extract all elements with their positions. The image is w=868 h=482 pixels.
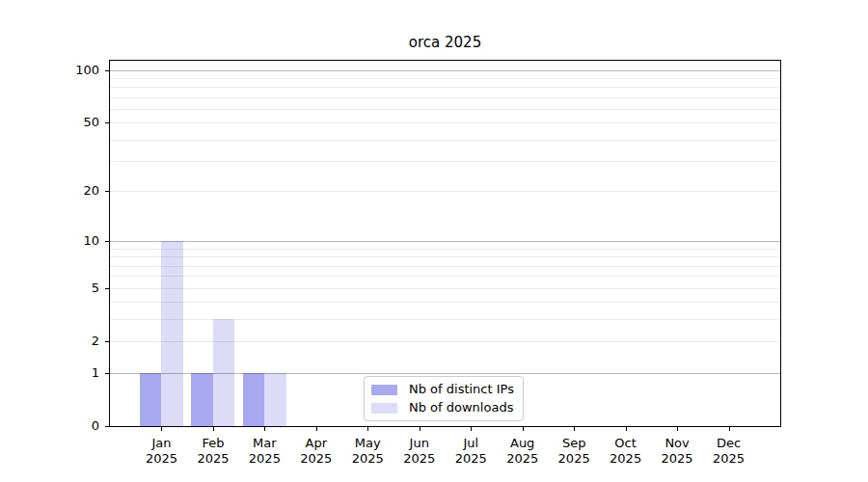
gridline-minor-60 (110, 109, 780, 110)
legend-label-downloads: Nb of downloads (409, 400, 513, 415)
gridline-minor-40 (110, 140, 780, 141)
y-tick-label-10: 10 (45, 233, 99, 249)
gridline-minor-20 (110, 191, 780, 192)
y-tick-mark-100 (105, 70, 109, 71)
y-tick-label-5: 5 (45, 281, 99, 296)
x-tick-label-year: 2025 (698, 451, 760, 467)
legend-item-downloads: Nb of downloads (371, 400, 514, 415)
y-tick-mark-5 (105, 288, 109, 289)
y-tick-label-20: 20 (45, 183, 99, 199)
y-tick-label-2: 2 (45, 334, 99, 349)
y-tick-mark-2 (105, 341, 109, 342)
x-tick-mark-jul (471, 427, 472, 431)
x-tick-mark-mar (264, 427, 265, 431)
legend-swatch-distinct-ips (371, 385, 397, 395)
y-tick-mark-1 (105, 373, 109, 374)
plot-area: Nb of distinct IPs Nb of downloads (109, 60, 781, 427)
x-tick-label-month: Dec (698, 436, 760, 451)
legend: Nb of distinct IPs Nb of downloads (364, 376, 524, 421)
y-tick-mark-20 (105, 191, 109, 192)
x-tick-mark-jun (420, 427, 420, 431)
chart-title: orca 2025 (109, 35, 781, 50)
y-tick-label-1: 1 (45, 365, 99, 381)
gridline-minor-30 (110, 161, 780, 162)
x-tick-mark-feb (213, 427, 214, 431)
gridline-minor-70 (110, 97, 780, 98)
gridline-minor-50 (110, 122, 780, 123)
y-tick-label-100: 100 (45, 63, 99, 78)
y-tick-mark-0 (105, 426, 109, 427)
gridline-minor-9 (110, 249, 780, 250)
grid-layer (110, 61, 780, 426)
x-tick-mark-aug (523, 427, 524, 431)
legend-label-distinct-ips: Nb of distinct IPs (409, 382, 514, 397)
legend-item-distinct-ips: Nb of distinct IPs (371, 382, 514, 397)
x-tick-mark-dec (729, 427, 730, 431)
gridline-major-1 (110, 373, 780, 374)
y-tick-mark-10 (105, 241, 109, 242)
y-tick-label-0: 0 (45, 418, 99, 434)
x-tick-label-dec: Dec2025 (698, 436, 760, 466)
gridline-major-100 (110, 70, 780, 71)
gridline-minor-5 (110, 288, 780, 289)
gridline-major-10 (110, 241, 780, 242)
gridline-minor-7 (110, 266, 780, 267)
x-tick-mark-jan (161, 427, 162, 431)
x-tick-mark-may (367, 427, 368, 431)
gridline-minor-90 (110, 78, 780, 79)
x-tick-mark-sep (574, 427, 575, 431)
gridline-minor-8 (110, 256, 780, 257)
gridline-minor-80 (110, 87, 780, 88)
x-tick-mark-apr (316, 427, 317, 431)
figure: orca 2025 Nb of distinct IPs Nb of downl… (0, 0, 868, 482)
x-tick-mark-oct (626, 427, 627, 431)
y-tick-label-50: 50 (45, 115, 99, 130)
gridline-minor-3 (110, 319, 780, 320)
x-tick-mark-nov (677, 427, 678, 431)
legend-swatch-downloads (371, 403, 397, 414)
y-tick-mark-50 (105, 122, 109, 123)
gridline-minor-6 (110, 276, 780, 277)
gridline-minor-2 (110, 341, 780, 342)
gridline-minor-4 (110, 302, 780, 303)
